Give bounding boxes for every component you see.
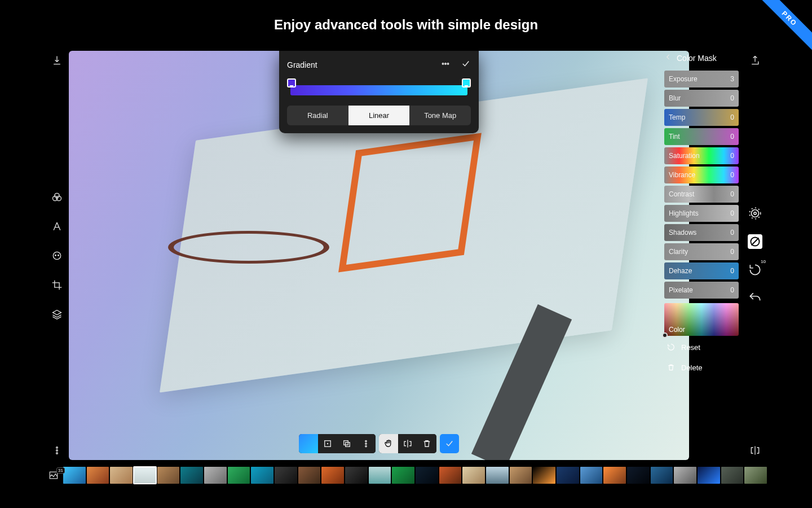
- svg-point-8: [56, 453, 58, 454]
- svg-point-11: [447, 63, 448, 64]
- text-icon[interactable]: [51, 220, 63, 233]
- slider-value: 0: [730, 152, 734, 160]
- slider-label: Saturation: [669, 152, 700, 160]
- compare-icon[interactable]: [749, 444, 761, 457]
- image-canvas[interactable]: Gradient Radial Linear Tone Map: [69, 51, 689, 460]
- filmstrip-thumb[interactable]: [321, 467, 344, 484]
- gradient-more-icon[interactable]: [440, 59, 451, 71]
- filmstrip-thumb[interactable]: [416, 467, 438, 484]
- panel-back-icon[interactable]: [664, 53, 672, 63]
- slider-label: Contrast: [669, 190, 694, 198]
- history-icon[interactable]: 10: [748, 262, 762, 277]
- tool-more-icon[interactable]: [356, 434, 376, 453]
- crop-icon[interactable]: [51, 279, 63, 291]
- svg-point-17: [365, 443, 367, 444]
- filmstrip-thumb[interactable]: [510, 467, 532, 484]
- filmstrip-thumb[interactable]: [721, 467, 744, 484]
- svg-point-3: [53, 252, 60, 259]
- filmstrip-thumb[interactable]: [392, 467, 414, 484]
- slider-highlights[interactable]: Highlights0: [664, 205, 739, 222]
- filmstrip-thumb[interactable]: [744, 467, 767, 484]
- adjustments-icon[interactable]: [51, 191, 63, 203]
- slider-label: Temp: [669, 113, 685, 121]
- tool-pan-icon[interactable]: [379, 434, 398, 453]
- filmstrip-thumb[interactable]: [369, 467, 391, 484]
- slider-tint[interactable]: Tint0: [664, 128, 739, 145]
- mask-tool-icon[interactable]: [748, 234, 762, 249]
- tool-flip-icon[interactable]: [398, 434, 417, 453]
- svg-point-13: [327, 443, 328, 444]
- filmstrip-thumb[interactable]: [298, 467, 321, 484]
- filmstrip-thumb[interactable]: [180, 467, 203, 484]
- filmstrip-thumb[interactable]: [533, 467, 555, 484]
- slider-dehaze[interactable]: Dehaze0: [664, 262, 739, 279]
- slider-label: Highlights: [669, 209, 699, 217]
- gradient-tab-radial[interactable]: Radial: [287, 106, 348, 125]
- undo-icon[interactable]: [748, 291, 762, 305]
- filmstrip-thumb[interactable]: [603, 467, 626, 484]
- layers-icon[interactable]: [51, 308, 63, 321]
- slider-value: 0: [730, 248, 734, 256]
- filmstrip-thumb[interactable]: [486, 467, 509, 484]
- filmstrip-thumb[interactable]: [110, 467, 133, 484]
- apply-button[interactable]: [440, 434, 459, 453]
- filmstrip-thumb[interactable]: [674, 467, 696, 484]
- filmstrip-thumb[interactable]: [134, 467, 156, 484]
- gradient-tab-linear[interactable]: Linear: [348, 106, 410, 125]
- svg-point-18: [365, 445, 367, 446]
- share-icon[interactable]: [749, 54, 761, 67]
- slider-shadows[interactable]: Shadows0: [664, 224, 739, 241]
- target-tool-icon[interactable]: [748, 206, 762, 221]
- gradient-tab-tonemap[interactable]: Tone Map: [409, 106, 471, 125]
- gradient-stop-left[interactable]: [287, 78, 296, 87]
- delete-button[interactable]: Delete: [664, 358, 739, 376]
- gradient-confirm-icon[interactable]: [461, 59, 471, 71]
- slider-label: Exposure: [669, 75, 698, 83]
- gradient-title: Gradient: [287, 60, 317, 69]
- tool-gradient-icon[interactable]: [299, 434, 318, 453]
- filmstrip-thumb[interactable]: [627, 467, 650, 484]
- filmstrip-thumb[interactable]: [157, 467, 180, 484]
- filmstrip-thumb[interactable]: [63, 467, 86, 484]
- slider-exposure[interactable]: Exposure3: [664, 71, 739, 87]
- library-icon[interactable]: 31: [45, 470, 62, 481]
- reset-button[interactable]: Reset: [664, 338, 739, 356]
- slider-clarity[interactable]: Clarity0: [664, 243, 739, 260]
- gradient-popover: Gradient Radial Linear Tone Map: [279, 51, 479, 133]
- filmstrip-thumb[interactable]: [580, 467, 603, 484]
- svg-point-10: [445, 63, 446, 64]
- slider-label: Dehaze: [669, 267, 692, 275]
- filmstrip-thumb[interactable]: [275, 467, 297, 484]
- slider-temp[interactable]: Temp0: [664, 109, 739, 126]
- filmstrip-thumb[interactable]: [204, 467, 227, 484]
- more-icon[interactable]: [51, 444, 63, 457]
- slider-pixelate[interactable]: Pixelate0: [664, 282, 739, 299]
- svg-point-5: [58, 255, 59, 256]
- face-icon[interactable]: [51, 249, 63, 262]
- filmstrip-thumb[interactable]: [439, 467, 462, 484]
- slider-label: Tint: [669, 133, 680, 141]
- filmstrip-thumb[interactable]: [345, 467, 368, 484]
- filmstrip[interactable]: 31: [45, 465, 767, 485]
- filmstrip-thumb[interactable]: [698, 467, 720, 484]
- filmstrip-thumb[interactable]: [557, 467, 579, 484]
- tool-selection-icon[interactable]: [318, 434, 337, 453]
- filmstrip-thumb[interactable]: [87, 467, 109, 484]
- download-icon[interactable]: [51, 54, 63, 67]
- slider-value: 3: [730, 75, 734, 83]
- slider-color[interactable]: Color: [664, 303, 739, 336]
- slider-blur[interactable]: Blur0: [664, 90, 739, 107]
- gradient-stop-right[interactable]: [462, 78, 471, 87]
- color-picker-handle[interactable]: [662, 332, 668, 338]
- slider-value: 0: [730, 229, 734, 237]
- slider-contrast[interactable]: Contrast0: [664, 186, 739, 203]
- gradient-track[interactable]: [287, 80, 471, 98]
- filmstrip-thumb[interactable]: [251, 467, 273, 484]
- filmstrip-thumb[interactable]: [228, 467, 250, 484]
- filmstrip-thumb[interactable]: [651, 467, 673, 484]
- tool-duplicate-icon[interactable]: [337, 434, 356, 453]
- slider-saturation[interactable]: Saturation0: [664, 147, 739, 164]
- filmstrip-thumb[interactable]: [462, 467, 485, 484]
- tool-delete-icon[interactable]: [417, 434, 436, 453]
- slider-vibrance[interactable]: Vibrance0: [664, 167, 739, 183]
